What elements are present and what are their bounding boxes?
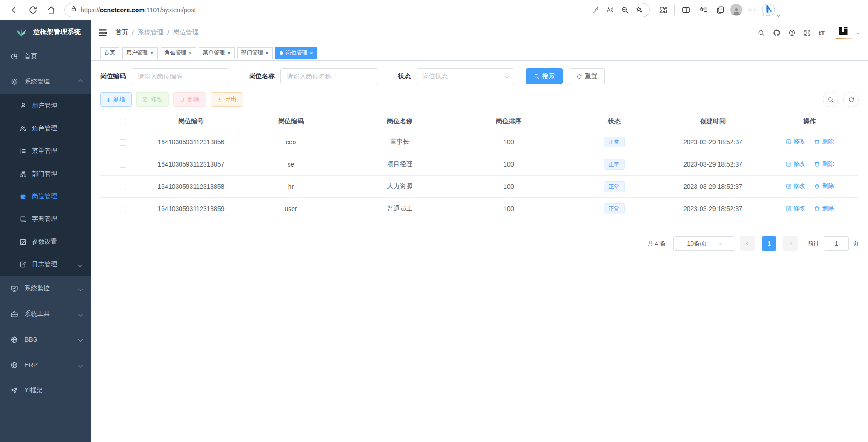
copilot-bing-icon[interactable] — [761, 3, 775, 17]
tab-home[interactable]: 首页 — [100, 47, 119, 59]
edit-icon — [786, 139, 792, 145]
row-edit-button[interactable]: 修改 — [786, 160, 805, 168]
row-checkbox[interactable] — [120, 139, 126, 146]
refresh-table-button[interactable] — [843, 92, 859, 107]
back-icon[interactable] — [7, 3, 23, 17]
row-delete-label: 删除 — [822, 182, 834, 190]
sidebar-item-bbs[interactable]: BBS — [0, 327, 91, 352]
sidebar-item-dept-mgmt[interactable]: 部门管理 — [0, 162, 91, 185]
sidebar-item-label: 参数设置 — [32, 238, 57, 246]
sidebar-item-home[interactable]: 首页 — [0, 44, 91, 69]
row-delete-button[interactable]: 删除 — [814, 138, 834, 146]
row-checkbox[interactable] — [120, 206, 126, 212]
sidebar-item-role-mgmt[interactable]: 角色管理 — [0, 117, 91, 140]
sidebar-item-erp[interactable]: ERP — [0, 352, 91, 378]
refresh-icon — [576, 74, 582, 79]
home-icon[interactable] — [44, 3, 59, 17]
plus-icon: + — [107, 96, 111, 103]
status-label: 状态 — [398, 72, 411, 80]
lock-icon[interactable] — [70, 5, 77, 14]
cell-post-name: 普通员工 — [345, 197, 454, 220]
post-table: 岗位编号 岗位编码 岗位名称 岗位排序 状态 创建时间 操作 16410305 — [100, 113, 859, 220]
sidebar-item-menu-mgmt[interactable]: 菜单管理 — [0, 140, 91, 162]
more-menu-icon[interactable] — [744, 3, 760, 17]
post-code-input[interactable] — [132, 68, 229, 84]
trash-icon — [814, 161, 820, 167]
row-checkbox[interactable] — [120, 184, 126, 190]
sidebar-item-post-mgmt[interactable]: 岗位管理 — [0, 185, 91, 208]
add-button[interactable]: + 新增 — [100, 92, 132, 107]
select-all-checkbox[interactable] — [120, 119, 126, 125]
row-delete-button[interactable]: 删除 — [814, 160, 834, 168]
delete-button[interactable]: 删除 — [173, 92, 206, 107]
cell-post-id: 1641030593112313856 — [146, 131, 236, 153]
sidebar-item-system-tools[interactable]: 系统工具 — [0, 301, 91, 327]
row-edit-button[interactable]: 修改 — [786, 138, 805, 146]
sidebar-item-system-mgmt[interactable]: 系统管理 — [0, 69, 91, 94]
header-search-icon[interactable] — [757, 29, 765, 37]
sidebar-item-log-mgmt[interactable]: 日志管理 — [0, 253, 91, 276]
collections-icon[interactable] — [713, 3, 728, 17]
tab-dept-mgmt[interactable]: 部门管理× — [237, 47, 273, 59]
collapse-sidebar-icon[interactable] — [98, 28, 108, 38]
current-page-button[interactable]: 1 — [762, 236, 776, 251]
zoom-out-icon[interactable] — [618, 3, 631, 17]
refresh-icon[interactable] — [25, 3, 41, 17]
read-aloud-icon[interactable] — [603, 3, 617, 17]
sidebar-item-dict-mgmt[interactable]: 字典管理 — [0, 208, 91, 231]
tab-close-icon[interactable]: × — [265, 50, 269, 56]
search-button[interactable]: 搜索 — [526, 68, 563, 84]
sidebar-item-yi-framework[interactable]: Yi框架 — [0, 378, 91, 403]
toggle-search-button[interactable] — [823, 92, 838, 107]
breadcrumb-home[interactable]: 首页 — [115, 29, 128, 37]
tab-post-mgmt[interactable]: 岗位管理× — [275, 47, 317, 59]
page-size-select[interactable]: 10条/页 — [673, 236, 735, 251]
reset-button[interactable]: 重置 — [569, 68, 605, 84]
tab-user-mgmt[interactable]: 用户管理× — [122, 47, 158, 59]
favorite-add-icon[interactable] — [632, 3, 646, 17]
row-delete-button[interactable]: 删除 — [814, 182, 834, 190]
tab-close-icon[interactable]: × — [227, 50, 230, 56]
tab-label: 首页 — [104, 49, 115, 57]
font-size-icon[interactable]: tT — [819, 29, 824, 37]
tab-role-mgmt[interactable]: 角色管理× — [161, 47, 196, 59]
filter-status: 状态 岗位状态 — [398, 68, 514, 84]
tab-close-icon[interactable]: × — [189, 50, 192, 56]
status-badge: 正常 — [604, 137, 625, 147]
tab-label: 岗位管理 — [285, 49, 307, 57]
row-checkbox[interactable] — [120, 162, 126, 168]
help-icon[interactable] — [788, 29, 796, 37]
row-edit-button[interactable]: 修改 — [786, 204, 805, 212]
goto-page-input[interactable] — [824, 236, 849, 251]
split-screen-icon[interactable] — [678, 3, 694, 17]
edit-button[interactable]: 修改 — [136, 92, 169, 107]
header-post-name: 岗位名称 — [345, 113, 454, 131]
user-avatar-dropdown[interactable] — [836, 25, 859, 41]
github-icon[interactable] — [773, 29, 780, 37]
tab-close-icon[interactable]: × — [309, 50, 313, 56]
prev-page-button[interactable] — [740, 236, 755, 251]
row-delete-label: 删除 — [822, 204, 834, 212]
extensions-icon[interactable] — [655, 3, 671, 17]
favorites-bar-icon[interactable] — [696, 3, 711, 17]
fullscreen-icon[interactable] — [804, 29, 811, 37]
cell-create-time: 2023-03-29 18:52:37 — [665, 197, 760, 220]
sidebar-item-user-mgmt[interactable]: 用户管理 — [0, 94, 91, 117]
status-select[interactable]: 岗位状态 — [417, 68, 514, 84]
password-key-icon[interactable] — [588, 3, 602, 17]
tab-close-icon[interactable]: × — [150, 50, 154, 56]
browser-profile-avatar[interactable] — [730, 4, 742, 16]
export-button[interactable]: 导出 — [211, 92, 243, 107]
tab-menu-mgmt[interactable]: 菜单管理× — [199, 47, 235, 59]
sidebar-item-system-monitor[interactable]: 系统监控 — [0, 276, 91, 301]
edit-icon — [142, 97, 148, 102]
row-edit-button[interactable]: 修改 — [786, 182, 805, 190]
cell-create-time: 2023-03-29 18:52:37 — [665, 131, 760, 153]
sidebar-item-param-settings[interactable]: 参数设置 — [0, 231, 91, 253]
address-bar[interactable]: https://ccnetcore.com:1101/system/post — [64, 3, 650, 17]
next-page-button[interactable] — [783, 236, 798, 251]
cell-post-sort: 100 — [454, 197, 563, 220]
post-name-input[interactable] — [280, 68, 378, 84]
row-delete-button[interactable]: 删除 — [814, 204, 834, 212]
copilot-collapse-caret[interactable] — [777, 13, 780, 16]
